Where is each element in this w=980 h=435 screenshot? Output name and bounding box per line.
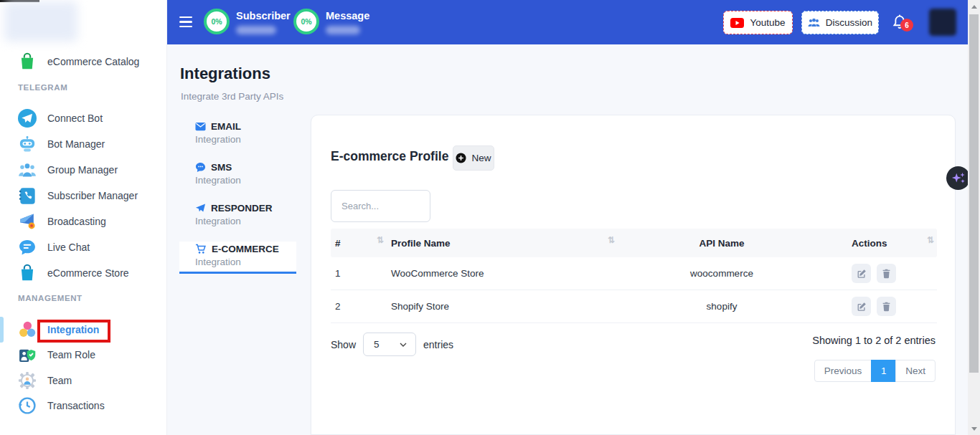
sidebar-item-label: Connect Bot xyxy=(47,113,103,124)
envelope-icon xyxy=(195,122,206,131)
column-header-profile-name: Profile Name ⇅ xyxy=(387,229,618,257)
notification-count-badge: 6 xyxy=(900,19,913,32)
sidebar-item-live-chat[interactable]: Live Chat xyxy=(0,234,167,260)
tab-title: EMAIL xyxy=(211,121,241,132)
redacted-message-count xyxy=(326,26,360,34)
shopping-bag-icon xyxy=(18,52,37,71)
tab-title: E-COMMERCE xyxy=(212,244,279,254)
delete-button[interactable] xyxy=(877,297,896,316)
pagination-previous-button[interactable]: Previous xyxy=(814,360,872,382)
sidebar-item-label: Group Manager xyxy=(47,164,118,176)
new-button-label: New xyxy=(471,153,491,163)
scrollbar-thumb[interactable] xyxy=(969,14,979,373)
top-header: 0% Subscriber 0% Message Youtube Discuss… xyxy=(167,0,968,44)
search-input[interactable] xyxy=(331,190,430,222)
page-size-select[interactable]: 5 xyxy=(363,333,416,356)
edit-button[interactable] xyxy=(852,297,871,316)
page-subtitle: Integrate 3rd Party APIs xyxy=(181,91,283,102)
sidebar-item-team-role[interactable]: Team Role xyxy=(0,342,167,368)
history-clock-icon xyxy=(18,396,37,415)
column-header-api-name: API Name xyxy=(618,229,826,257)
sort-icon[interactable]: ⇅ xyxy=(608,235,615,245)
page-scrollbar[interactable] xyxy=(968,0,980,435)
integration-tabs: EMAIL Integration SMS Integration RESPON… xyxy=(179,119,296,282)
scroll-down-arrow[interactable] xyxy=(968,424,980,434)
discussion-button[interactable]: Discussion xyxy=(801,11,879,34)
tab-responder-integration[interactable]: RESPONDER Integration xyxy=(179,201,296,233)
table-row: 2 Shopify Store shopify xyxy=(331,290,937,323)
cart-icon xyxy=(195,244,207,254)
sidebar-item-team[interactable]: Team xyxy=(0,368,167,393)
sidebar-item-label: Broadcasting xyxy=(47,216,106,227)
sidebar-item-label: Subscriber Manager xyxy=(47,190,138,201)
table-row: 1 WooCommerce Store woocommerce xyxy=(331,257,937,290)
sidebar-item-label: Team xyxy=(47,375,72,386)
row-number: 2 xyxy=(331,301,387,312)
tab-ecommerce-integration[interactable]: E-COMMERCE Integration xyxy=(179,242,296,274)
store-bag-icon xyxy=(18,264,37,282)
tab-sms-integration[interactable]: SMS Integration xyxy=(179,160,296,192)
gear-person-icon xyxy=(18,371,37,390)
sms-bubble-icon xyxy=(195,162,206,173)
sidebar-item-group-manager[interactable]: Group Manager xyxy=(0,157,167,183)
hamburger-menu-icon[interactable] xyxy=(179,16,192,27)
message-gauge-label: Message xyxy=(326,10,369,21)
paper-plane-icon xyxy=(195,203,206,214)
sidebar-item-label: Transactions xyxy=(47,400,105,411)
sidebar: eCommerce Catalog TELEGRAM Connect Bot B… xyxy=(0,0,167,435)
sidebar-item-label: eCommerce Store xyxy=(47,267,129,279)
chevron-down-icon xyxy=(400,343,407,347)
panel-title: E-commerce Profile xyxy=(331,149,448,164)
column-header-num: # ⇅ xyxy=(331,229,387,257)
tab-subtitle: Integration xyxy=(195,257,296,267)
pagination-next-button[interactable]: Next xyxy=(895,360,936,382)
subscriber-gauge-label: Subscriber xyxy=(236,10,291,21)
scroll-up-arrow[interactable] xyxy=(968,1,980,11)
edit-pencil-icon xyxy=(857,302,867,312)
youtube-icon xyxy=(730,18,744,28)
message-progress-ring: 0% xyxy=(293,9,319,34)
sort-icon[interactable]: ⇅ xyxy=(377,235,384,245)
sidebar-item-label: Team Role xyxy=(47,349,95,360)
profiles-table: # ⇅ Profile Name ⇅ API Name Actions ⇅ 1 … xyxy=(331,229,937,323)
annotation-highlight-box xyxy=(37,320,110,343)
sidebar-item-subscriber-manager[interactable]: Subscriber Manager xyxy=(0,183,167,209)
edit-button[interactable] xyxy=(852,264,871,283)
tab-email-integration[interactable]: EMAIL Integration xyxy=(179,119,296,151)
contact-book-icon xyxy=(18,186,37,205)
discussion-button-label: Discussion xyxy=(826,17,872,28)
profile-name-cell: WooCommerce Store xyxy=(387,268,618,279)
app-logo xyxy=(4,1,77,42)
message-gauge: 0% Message xyxy=(293,9,369,34)
sort-icon[interactable]: ⇅ xyxy=(927,235,934,245)
sidebar-item-label: Bot Manager xyxy=(47,138,105,150)
sparkles-icon xyxy=(951,171,966,186)
delete-button[interactable] xyxy=(877,264,896,283)
megaphone-icon xyxy=(18,212,37,231)
new-profile-button[interactable]: New xyxy=(453,145,494,171)
plus-circle-icon xyxy=(456,153,466,163)
user-group-icon xyxy=(18,161,37,179)
subscriber-gauge: 0% Subscriber xyxy=(204,9,291,34)
column-header-actions: Actions ⇅ xyxy=(826,229,937,257)
entries-label: entries xyxy=(423,339,453,350)
sidebar-item-bot-manager[interactable]: Bot Manager xyxy=(0,131,167,157)
ecommerce-profile-panel: E-commerce Profile New # ⇅ Profile Name … xyxy=(311,115,956,435)
pagination: Previous 1 Next xyxy=(814,360,936,382)
avatar[interactable] xyxy=(929,9,956,36)
sidebar-item-ecommerce-catalog[interactable]: eCommerce Catalog xyxy=(0,49,167,75)
sidebar-item-transactions[interactable]: Transactions xyxy=(0,393,167,419)
sidebar-item-broadcasting[interactable]: Broadcasting xyxy=(0,209,167,234)
robot-icon xyxy=(18,135,37,153)
youtube-button[interactable]: Youtube xyxy=(723,11,793,34)
tab-subtitle: Integration xyxy=(195,175,296,186)
sidebar-section-management: MANAGEMENT xyxy=(0,294,167,302)
sidebar-item-ecommerce-store[interactable]: eCommerce Store xyxy=(0,260,167,286)
color-circles-icon xyxy=(18,320,37,339)
sidebar-item-connect-bot[interactable]: Connect Bot xyxy=(0,105,167,131)
pagination-page-1-button[interactable]: 1 xyxy=(871,360,896,382)
ai-assistant-button[interactable] xyxy=(946,166,970,190)
sidebar-item-label: Live Chat xyxy=(47,242,90,253)
notifications-bell[interactable]: 6 xyxy=(892,14,914,34)
redacted-subscriber-count xyxy=(236,26,276,34)
